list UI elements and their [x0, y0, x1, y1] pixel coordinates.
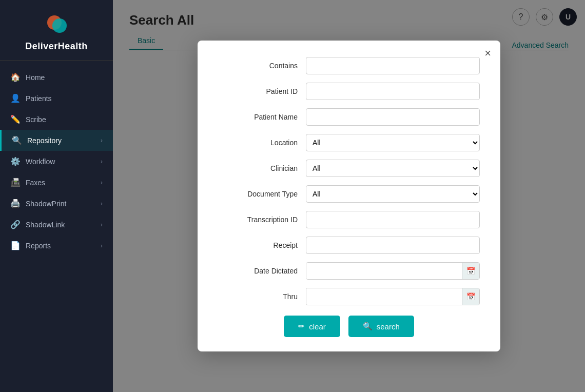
search-label: search	[377, 322, 400, 331]
main-content: ? ⚙ U Search All Basic Advanced Search ×…	[113, 0, 585, 392]
search-icon: 🔍	[363, 322, 373, 331]
input-transcription-id[interactable]	[306, 211, 480, 228]
form-row-date-dictated: Date Dictated 📅	[218, 262, 480, 280]
sidebar-label-shadowprint: ShadowPrint	[26, 200, 94, 208]
form-row-document-type: Document Type All	[218, 185, 480, 203]
sidebar-nav: 🏠 Home 👤 Patients ✏️ Scribe 🔍 Repository…	[0, 61, 113, 392]
sidebar-item-faxes[interactable]: 📠 Faxes ›	[0, 172, 113, 193]
sidebar-item-reports[interactable]: 📄 Reports ›	[0, 235, 113, 256]
patients-icon: 👤	[10, 93, 20, 103]
label-location: Location	[218, 139, 298, 147]
workflow-icon: ⚙️	[10, 156, 20, 166]
select-document-type[interactable]: All	[306, 185, 480, 203]
input-receipt[interactable]	[306, 237, 480, 254]
input-date-dictated[interactable]	[306, 263, 462, 279]
home-icon: 🏠	[10, 72, 20, 82]
sidebar-item-workflow[interactable]: ⚙️ Workflow ›	[0, 151, 113, 172]
reports-chevron: ›	[101, 242, 103, 249]
label-patient-name: Patient Name	[218, 113, 298, 121]
label-date-dictated: Date Dictated	[218, 267, 298, 275]
input-contains[interactable]	[306, 57, 480, 74]
search-modal: × Contains Patient ID Patient Name Locat…	[198, 41, 500, 351]
faxes-chevron: ›	[101, 179, 103, 186]
label-clinician: Clinician	[218, 164, 298, 172]
label-receipt: Receipt	[218, 241, 298, 249]
sidebar-label-patients: Patients	[26, 94, 103, 103]
date-dictated-calendar-button[interactable]: 📅	[462, 263, 479, 279]
label-patient-id: Patient ID	[218, 87, 298, 95]
modal-footer: ✏ clear 🔍 search	[218, 316, 480, 337]
form-row-receipt: Receipt	[218, 237, 480, 254]
sidebar: DeliverHealth 🏠 Home 👤 Patients ✏️ Scrib…	[0, 0, 113, 392]
shadowprint-chevron: ›	[101, 200, 103, 207]
repository-chevron: ›	[101, 137, 103, 144]
sidebar-label-faxes: Faxes	[26, 179, 94, 187]
form-row-patient-name: Patient Name	[218, 108, 480, 126]
shadowprint-icon: 🖨️	[10, 199, 20, 208]
thru-wrapper: 📅	[306, 288, 480, 305]
sidebar-logo: DeliverHealth	[0, 0, 113, 61]
faxes-icon: 📠	[10, 178, 20, 187]
form-row-contains: Contains	[218, 57, 480, 74]
form-row-thru: Thru 📅	[218, 288, 480, 305]
sidebar-label-scribe: Scribe	[26, 115, 103, 124]
select-location[interactable]: All	[306, 134, 480, 151]
deliver-health-logo	[44, 12, 69, 37]
sidebar-label-shadowlink: ShadowLink	[26, 221, 94, 229]
eraser-icon: ✏	[298, 322, 305, 331]
form-row-transcription-id: Transcription ID	[218, 211, 480, 228]
date-dictated-wrapper: 📅	[306, 262, 480, 280]
sidebar-label-reports: Reports	[26, 242, 94, 250]
shadowlink-chevron: ›	[101, 221, 103, 228]
sidebar-item-shadowprint[interactable]: 🖨️ ShadowPrint ›	[0, 193, 113, 214]
scribe-icon: ✏️	[10, 114, 20, 124]
calendar-icon: 📅	[466, 267, 475, 275]
sidebar-item-shadowlink[interactable]: 🔗 ShadowLink ›	[0, 214, 113, 235]
input-thru[interactable]	[306, 288, 462, 305]
sidebar-item-patients[interactable]: 👤 Patients	[0, 88, 113, 109]
clear-label: clear	[309, 322, 326, 331]
sidebar-item-scribe[interactable]: ✏️ Scribe	[0, 109, 113, 130]
clear-button[interactable]: ✏ clear	[284, 316, 340, 337]
input-patient-name[interactable]	[306, 108, 480, 126]
form-row-clinician: Clinician All	[218, 160, 480, 177]
calendar-icon-thru: 📅	[466, 292, 475, 301]
search-button[interactable]: 🔍 search	[348, 316, 414, 337]
app-name: DeliverHealth	[25, 41, 88, 52]
sidebar-label-home: Home	[26, 73, 103, 82]
modal-close-button[interactable]: ×	[484, 48, 491, 59]
modal-overlay: × Contains Patient ID Patient Name Locat…	[113, 0, 585, 392]
select-clinician[interactable]: All	[306, 160, 480, 177]
form-row-location: Location All	[218, 134, 480, 151]
sidebar-label-workflow: Workflow	[26, 158, 94, 166]
sidebar-label-repository: Repository	[27, 136, 94, 145]
reports-icon: 📄	[10, 241, 20, 250]
label-thru: Thru	[218, 292, 298, 301]
label-contains: Contains	[218, 62, 298, 70]
shadowlink-icon: 🔗	[10, 220, 20, 229]
sidebar-item-home[interactable]: 🏠 Home	[0, 67, 113, 88]
workflow-chevron: ›	[101, 158, 103, 165]
svg-point-1	[52, 18, 67, 33]
sidebar-item-repository[interactable]: 🔍 Repository ›	[0, 130, 113, 151]
repository-icon: 🔍	[12, 135, 21, 145]
input-patient-id[interactable]	[306, 83, 480, 100]
form-row-patient-id: Patient ID	[218, 83, 480, 100]
thru-calendar-button[interactable]: 📅	[462, 288, 479, 305]
label-transcription-id: Transcription ID	[218, 215, 298, 224]
label-document-type: Document Type	[218, 190, 298, 198]
